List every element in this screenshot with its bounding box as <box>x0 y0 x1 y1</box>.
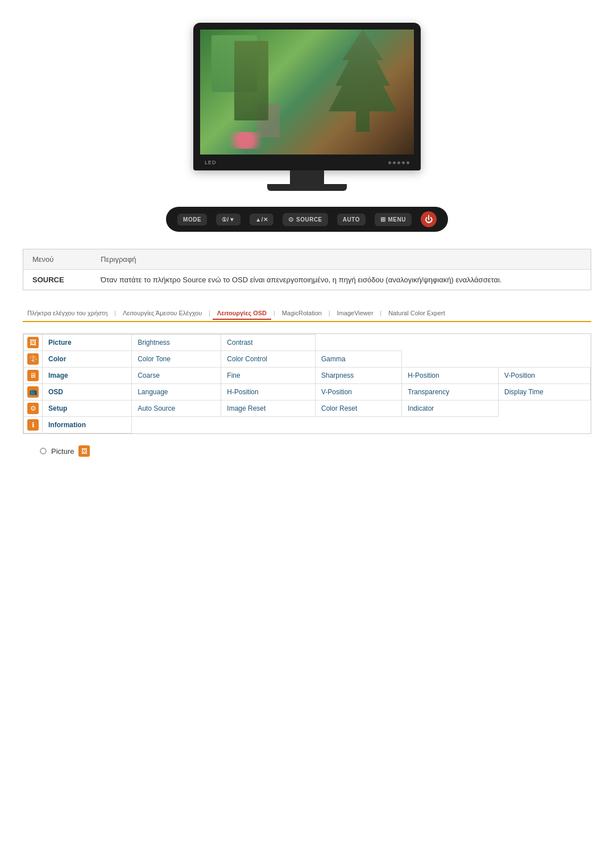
menu-item-4-2[interactable]: Color Reset <box>315 400 401 417</box>
menu-icon-cell-0: 🖼 <box>24 335 43 351</box>
controls-bar: MODE ①/▼ ▲/✕ ⊙ SOURCE AUTO ⊞ MENU ⏻ <box>0 207 614 232</box>
menu-item-1-1[interactable]: Color Control <box>221 351 316 368</box>
monitor-display: LED <box>193 23 421 170</box>
picture-label-section: Picture 🖼 <box>40 445 591 457</box>
tab-natural-color[interactable]: Natural Color Expert <box>384 307 450 319</box>
menu-label-0[interactable]: Picture <box>43 335 132 351</box>
power-icon: ⏻ <box>425 215 433 224</box>
adjust-button[interactable]: ▲/✕ <box>250 214 273 226</box>
info-table-section: Μενού Περιγραφή SOURCE Όταν πατάτε το πλ… <box>23 249 591 290</box>
menu-label-3[interactable]: OSD <box>43 384 132 400</box>
menu-row-4: ⚙SetupAuto SourceImage ResetColor ResetI… <box>24 400 591 417</box>
source-label: SOURCE <box>23 270 92 290</box>
tab-image-viewer[interactable]: ImageViewer <box>333 307 378 319</box>
menu-item-0-0[interactable]: Brightness <box>132 335 221 351</box>
controls-inner: MODE ①/▼ ▲/✕ ⊙ SOURCE AUTO ⊞ MENU ⏻ <box>166 207 448 232</box>
menu-row-3: 📺OSDLanguageH-PositionV-PositionTranspar… <box>24 384 591 400</box>
menu-item-3-3[interactable]: Transparency <box>402 384 499 400</box>
mode-button[interactable]: MODE <box>177 214 207 226</box>
monitor-buttons-row <box>388 161 409 164</box>
menu-item-4-0[interactable]: Auto Source <box>132 400 221 417</box>
menu-item-4-1[interactable]: Image Reset <box>221 400 316 417</box>
monitor-base <box>267 184 347 191</box>
menu-item-2-1[interactable]: Fine <box>221 368 316 384</box>
menu-label-1[interactable]: Color <box>43 351 132 368</box>
nav-sep-3: | <box>273 310 275 316</box>
menu-grid-table: 🖼PictureBrightnessContrast🎨ColorColor To… <box>23 334 591 433</box>
menu-item-2-0[interactable]: Coarse <box>132 368 221 384</box>
nav-sep-1: | <box>114 310 116 316</box>
col-menu-header: Μενού <box>23 249 92 270</box>
monitor-stand <box>290 170 324 184</box>
monitor-section: LED <box>0 0 614 202</box>
nav-tabs-section: Πλήκτρα ελέγχου του χρήστη | Λειτουργίες… <box>23 307 591 322</box>
menu-icon-0: 🖼 <box>27 337 39 348</box>
menu-item-3-4[interactable]: Display Time <box>498 384 590 400</box>
nav-sep-5: | <box>380 310 382 316</box>
menu-icon-4: ⚙ <box>27 403 39 414</box>
flowers-decoration <box>223 132 268 149</box>
menu-icon-cell-3: 📺 <box>24 384 43 400</box>
col-description-header: Περιγραφή <box>92 249 591 270</box>
nav-sep-4: | <box>329 310 330 316</box>
monitor-dot-2 <box>393 161 396 164</box>
menu-row-5: ℹInformation <box>24 417 591 433</box>
tab-user-controls[interactable]: Πλήκτρα ελέγχου του χρήστη <box>23 307 112 319</box>
vol-button[interactable]: ①/▼ <box>216 214 240 226</box>
monitor-dot-5 <box>406 161 409 164</box>
menu-item-4-3[interactable]: Indicator <box>402 400 499 417</box>
menu-icon-1: 🎨 <box>27 353 39 365</box>
source-row: SOURCE Όταν πατάτε το πλήκτρο Source ενώ… <box>23 270 591 290</box>
menu-row-2: 🖥ImageCoarseFineSharpnessH-PositionV-Pos… <box>24 368 591 384</box>
nav-tabs: Πλήκτρα ελέγχου του χρήστη | Λειτουργίες… <box>23 307 591 319</box>
monitor-screen <box>200 30 414 155</box>
menu-icon-cell-2: 🖥 <box>24 368 43 384</box>
menu-item-2-3[interactable]: H-Position <box>402 368 499 384</box>
menu-item-3-0[interactable]: Language <box>132 384 221 400</box>
menu-label-5[interactable]: Information <box>43 417 132 433</box>
menu-label-2[interactable]: Image <box>43 368 132 384</box>
picture-icon-badge: 🖼 <box>78 445 90 457</box>
monitor-bottom-bar: LED <box>200 155 414 170</box>
menu-grid-section: 🖼PictureBrightnessContrast🎨ColorColor To… <box>23 333 591 434</box>
menu-row-0: 🖼PictureBrightnessContrast <box>24 335 591 351</box>
menu-item-1-2[interactable]: Gamma <box>315 351 401 368</box>
menu-icon-5: ℹ <box>27 419 39 431</box>
tab-osd-functions[interactable]: Λειτουργίες OSD <box>213 307 271 320</box>
led-label: LED <box>205 160 217 165</box>
monitor-dot-3 <box>397 161 400 164</box>
menu-item-2-2[interactable]: Sharpness <box>315 368 401 384</box>
menu-icon-2: 🖥 <box>27 370 39 381</box>
menu-icon-3: 📺 <box>27 386 39 398</box>
menu-item-3-1[interactable]: H-Position <box>221 384 316 400</box>
menu-item-2-4[interactable]: V-Position <box>498 368 590 384</box>
nav-sep-2: | <box>209 310 210 316</box>
auto-button[interactable]: AUTO <box>337 214 366 226</box>
menu-label-4[interactable]: Setup <box>43 400 132 417</box>
menu-icon-cell-4: ⚙ <box>24 400 43 417</box>
menu-item-1-0[interactable]: Color Tone <box>132 351 221 368</box>
source-button[interactable]: ⊙ SOURCE <box>283 213 327 226</box>
menu-row-1: 🎨ColorColor ToneColor ControlGamma <box>24 351 591 368</box>
menu-icon-cell-1: 🎨 <box>24 351 43 368</box>
power-button[interactable]: ⏻ <box>421 211 437 227</box>
tab-direct-functions[interactable]: Λειτουργίες Άμεσου Ελέγχου <box>118 307 206 319</box>
monitor-dot-1 <box>388 161 391 164</box>
picture-text: Picture <box>51 447 74 456</box>
source-description: Όταν πατάτε το πλήκτρο Source ενώ το OSD… <box>92 270 591 290</box>
tab-magic-rotation[interactable]: MagicRotation <box>277 307 326 319</box>
picture-radio[interactable] <box>40 448 47 454</box>
menu-button[interactable]: ⊞ MENU <box>375 213 412 226</box>
monitor-dot-4 <box>402 161 405 164</box>
tree-decoration <box>329 30 397 132</box>
menu-item-3-2[interactable]: V-Position <box>315 384 401 400</box>
menu-item-0-1[interactable]: Contrast <box>221 335 316 351</box>
info-table: Μενού Περιγραφή SOURCE Όταν πατάτε το πλ… <box>23 249 591 290</box>
menu-icon-cell-5: ℹ <box>24 417 43 433</box>
